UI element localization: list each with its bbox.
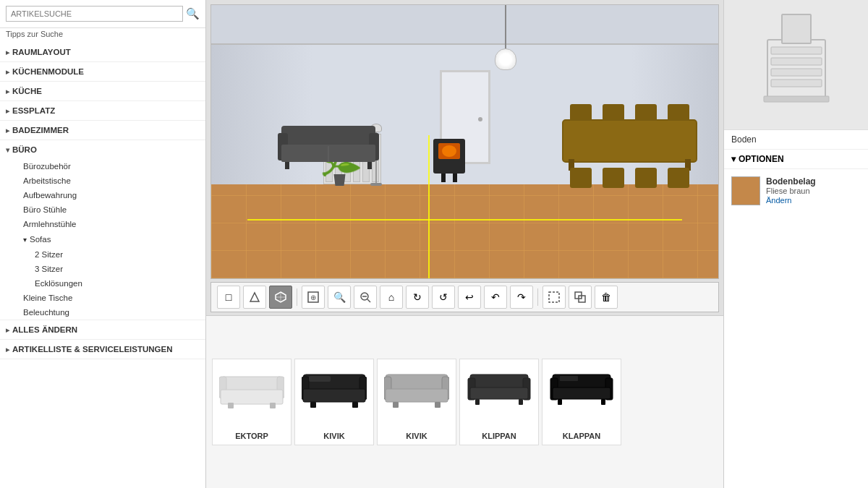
search-area: 🔍 xyxy=(0,0,205,28)
svg-rect-40 xyxy=(270,403,276,408)
chevron-right-icon: ▸ xyxy=(6,127,9,134)
floor-option-change-link[interactable]: Ändern xyxy=(766,196,791,205)
nav-label-kueche: KÜCHE xyxy=(12,87,42,95)
tool-redo-button[interactable]: ↩ xyxy=(458,286,481,309)
tool-tilt-button[interactable]: ↷ xyxy=(510,286,533,309)
search-input[interactable] xyxy=(6,6,183,22)
nav-label-buero: BÜRO xyxy=(12,145,37,154)
search-button[interactable]: 🔍 xyxy=(186,7,200,20)
nav-label-essplatz: ESSPLATZ xyxy=(12,106,55,115)
floor-info: Bodenbelag Fliese braun Ändern xyxy=(766,176,861,205)
svg-rect-63 xyxy=(553,388,610,399)
tool-zoom-out-button[interactable] xyxy=(354,286,377,309)
product-image-klippan-dark xyxy=(467,365,532,416)
svg-rect-6 xyxy=(367,162,372,169)
svg-rect-38 xyxy=(221,390,283,404)
svg-rect-70 xyxy=(771,69,822,76)
nav-item-2sitzer[interactable]: 2 Sitzer xyxy=(29,247,205,262)
nav-item-aufbewahrung[interactable]: Aufbewahrung xyxy=(17,188,205,202)
sofa-svg xyxy=(278,126,379,169)
svg-rect-58 xyxy=(475,399,480,405)
svg-rect-20 xyxy=(603,168,624,188)
sofa-furniture[interactable] xyxy=(278,126,379,171)
tool-rotate-cam-button[interactable]: ↶ xyxy=(484,286,507,309)
options-header[interactable]: ▾ OPTIONEN xyxy=(724,150,868,169)
svg-rect-73 xyxy=(764,96,829,102)
tool-multi-select-button[interactable] xyxy=(569,286,592,309)
toolbar-separator xyxy=(297,288,297,306)
nav-item-buerozubehoer[interactable]: Bürozubehör xyxy=(17,159,205,174)
svg-rect-10 xyxy=(441,174,446,182)
chevron-down-icon: ▾ xyxy=(23,236,27,244)
guide-line-vertical xyxy=(428,135,430,278)
svg-rect-35 xyxy=(221,377,283,391)
hood-preview xyxy=(724,0,868,130)
tool-box-select-button[interactable] xyxy=(542,286,566,309)
svg-rect-19 xyxy=(570,168,592,188)
nav-item-buero-stuehle[interactable]: Büro Stühle xyxy=(17,202,205,217)
wood-stove xyxy=(431,139,467,184)
svg-rect-47 xyxy=(309,376,331,382)
svg-rect-69 xyxy=(771,58,822,65)
3d-viewport[interactable]: 🌿 xyxy=(210,4,719,279)
nav-category-sofas-header[interactable]: ▾ Sofas xyxy=(17,231,205,247)
product-card-ektorp[interactable]: EKTORP xyxy=(212,359,292,445)
nav-kuechenmodule[interactable]: ▸ KÜCHENMODULE xyxy=(0,62,205,82)
product-image-ektorp xyxy=(219,365,284,416)
svg-rect-22 xyxy=(668,168,689,188)
nav-label-raumlayout: RAUMLAYOUT xyxy=(12,48,71,56)
tool-zoom-room-button[interactable]: ⊕ xyxy=(302,286,325,309)
tips-link[interactable]: Tipps zur Suche xyxy=(0,28,205,43)
nav-label-alles-aendern: ALLES ÄNDERN xyxy=(12,325,77,334)
nav-item-3sitzer[interactable]: 3 Sitzer xyxy=(29,262,205,276)
svg-rect-64 xyxy=(558,399,562,405)
toolbar-separator-2 xyxy=(537,288,538,306)
svg-rect-54 xyxy=(470,374,528,389)
product-card-kivik-black[interactable]: KIVIK xyxy=(294,359,374,445)
product-card-kivik-gray[interactable]: KIVIK xyxy=(377,359,456,445)
product-image-klippan-black xyxy=(549,365,614,416)
nav-raumlayout[interactable]: ▸ RAUMLAYOUT xyxy=(0,43,205,62)
chevron-right-icon: ▸ xyxy=(6,87,9,95)
nav-alles-aendern[interactable]: ▸ ALLES ÄNDERN xyxy=(0,320,205,340)
hood-svg xyxy=(753,11,840,119)
svg-rect-0 xyxy=(281,126,375,146)
nav-label-artikelliste: ARTIKELLISTE & SERVICELEISTUNGEN xyxy=(12,345,173,354)
chevron-down-icon: ▾ xyxy=(6,146,9,154)
nav-item-eckloesungen[interactable]: Ecklösungen xyxy=(29,276,205,291)
options-section: ▾ OPTIONEN Bodenbelag Fliese braun Änder… xyxy=(724,150,868,213)
nav-item-arbeitstische[interactable]: Arbeitstische xyxy=(17,174,205,188)
nav-essplatz[interactable]: ▸ ESSPLATZ xyxy=(0,101,205,121)
nav-item-beleuchtung[interactable]: Beleuchtung xyxy=(17,305,205,320)
tool-undo-button[interactable]: ↺ xyxy=(432,286,455,309)
ceiling xyxy=(211,5,718,45)
chevron-right-icon: ▸ xyxy=(6,48,9,56)
chevron-down-icon: ▾ xyxy=(731,154,736,164)
tool-home-button[interactable]: ⌂ xyxy=(380,286,403,309)
product-card-klippan-dark[interactable]: KLIPPAN xyxy=(459,359,539,445)
svg-marker-23 xyxy=(250,293,259,301)
floor-option-sub: Fliese braun xyxy=(766,187,861,195)
door-knob xyxy=(478,117,482,121)
tool-delete-button[interactable]: 🗑 xyxy=(595,286,618,309)
nav-kueche[interactable]: ▸ KÜCHE xyxy=(0,82,205,101)
nav-badezimmer[interactable]: ▸ BADEZIMMER xyxy=(0,121,205,140)
tool-2d-button[interactable]: □ xyxy=(217,286,240,309)
sidebar: 🔍 Tipps zur Suche ▸ RAUMLAYOUT ▸ KÜCHENM… xyxy=(0,0,206,488)
sofas-sub-items: 2 Sitzer 3 Sitzer Ecklösungen xyxy=(17,247,205,291)
tool-rotate-cw-button[interactable]: ↻ xyxy=(406,286,429,309)
dining-area xyxy=(556,104,707,193)
nav-item-kleine-tische[interactable]: Kleine Tische xyxy=(17,291,205,305)
svg-rect-71 xyxy=(771,80,822,87)
product-card-klippan-black[interactable]: KLAPPAN xyxy=(542,359,621,445)
chevron-right-icon: ▸ xyxy=(6,346,9,354)
nav-artikelliste[interactable]: ▸ ARTIKELLISTE & SERVICELEISTUNGEN xyxy=(0,340,205,359)
tool-zoom-in-button[interactable]: 🔍 xyxy=(328,286,351,309)
product-name-kivik-black: KIVIK xyxy=(323,432,344,440)
tool-3d-button[interactable] xyxy=(269,286,292,309)
pendant-lamp xyxy=(495,5,516,70)
nav-header-buero[interactable]: ▾ BÜRO xyxy=(0,140,205,159)
svg-text:⊕: ⊕ xyxy=(310,294,316,301)
nav-item-armlehnstuhle[interactable]: Armlehnstühle xyxy=(17,217,205,231)
tool-perspective-button[interactable] xyxy=(243,286,266,309)
